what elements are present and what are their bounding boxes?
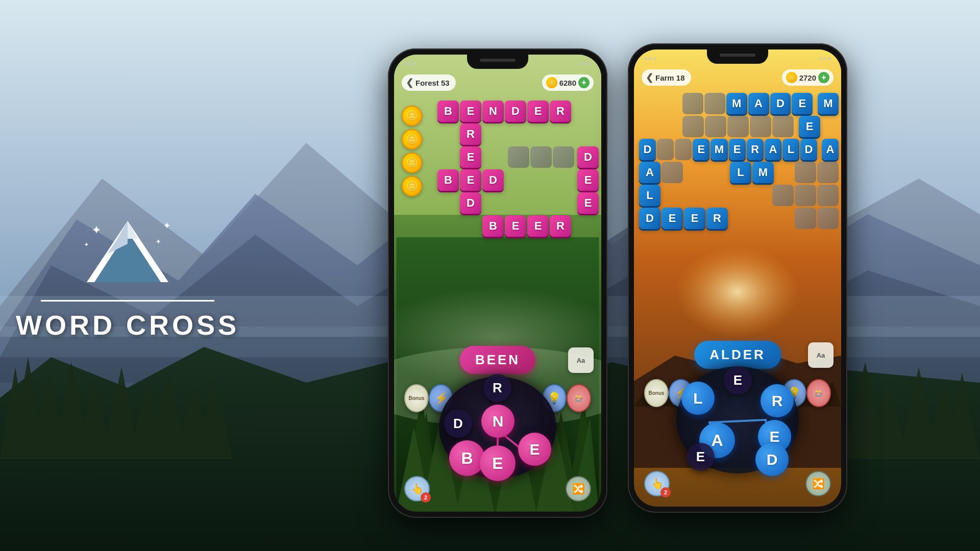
tile-N: N <box>482 101 504 122</box>
word-br-row: R <box>460 123 599 145</box>
gray-tile <box>817 162 839 183</box>
status-dots-right <box>579 62 591 65</box>
gray-tile <box>795 162 816 183</box>
phone1-notch <box>467 55 528 69</box>
bonus-button-2[interactable]: Bonus <box>644 379 669 407</box>
svg-point-54 <box>635 208 840 361</box>
letter-R[interactable]: R <box>483 374 511 402</box>
row-deer: D E E R <box>636 208 839 229</box>
letter-B-selected[interactable]: B <box>449 440 485 476</box>
letter-E2-selected[interactable]: E <box>518 433 551 466</box>
coin-icon-2: 🪙 <box>786 72 797 83</box>
status-dots-left <box>404 62 416 65</box>
logo-icon: ✦ ✦ ✦ ✦ <box>71 211 184 292</box>
gray-tile <box>553 146 574 168</box>
back-button[interactable]: ❮ Forest 53 <box>402 74 456 91</box>
tile-E2-em: E <box>729 139 746 160</box>
crossword-grid-2: M A D E M E <box>636 93 839 231</box>
gray-tile <box>704 93 725 114</box>
gray-tile <box>657 139 674 160</box>
shuffle-button-2[interactable]: 🔀 <box>805 471 831 496</box>
word-bed-e-row: E D <box>460 146 599 168</box>
dictionary-button-2[interactable]: Aa <box>808 342 834 368</box>
tile-M: M <box>726 93 747 114</box>
letter-E-p2[interactable]: E <box>724 366 752 394</box>
gray-tile <box>530 146 552 168</box>
add-coins-button[interactable]: + <box>578 77 590 88</box>
tile-B2: B <box>482 215 504 237</box>
status-dot <box>819 57 822 60</box>
hint-icon: 👆 <box>411 483 424 495</box>
tile-B: B <box>437 169 459 191</box>
bonus2-icon-2: 🎰 <box>815 389 823 397</box>
gray-tile <box>750 116 771 137</box>
letter-R-p2-selected[interactable]: R <box>761 384 794 417</box>
word-beer-row: B E E R <box>482 215 599 237</box>
gray-tile <box>772 185 794 206</box>
shuffle-icon-2: 🔀 <box>812 478 825 490</box>
logo-divider <box>41 300 214 302</box>
phone1-speaker <box>480 59 516 62</box>
letter-circle-2: E L R A E E D <box>671 361 804 479</box>
letter-N-selected[interactable]: N <box>481 405 514 438</box>
phone1: ❮ Forest 53 🪙 6280 + 🪙 🪙 🪙 🪙 <box>388 48 607 518</box>
bonus2-button[interactable]: 🎰 <box>567 384 591 412</box>
gray-tile <box>817 208 839 229</box>
bonus-button[interactable]: Bonus <box>404 384 429 412</box>
hint-button-2[interactable]: 👆 2 <box>644 471 670 496</box>
tile-E: E <box>527 101 549 122</box>
letter-L-p2-selected[interactable]: L <box>681 382 715 415</box>
tile-E: E <box>460 101 481 122</box>
tile-A-em: A <box>765 139 781 160</box>
hint-icon-2: 👆 <box>651 478 664 490</box>
tile-D: D <box>482 169 504 191</box>
back-arrow-icon: ❮ <box>406 77 413 88</box>
gray-tile <box>705 116 726 137</box>
dictionary-button[interactable]: Aa <box>568 347 594 373</box>
status-dot <box>583 62 586 65</box>
row-made: M A D E M <box>682 93 839 114</box>
hint-button[interactable]: 👆 2 <box>404 476 430 502</box>
add-coins-button-2[interactable]: + <box>818 72 829 83</box>
letter-D[interactable]: D <box>444 410 472 438</box>
left-panel: ✦ ✦ ✦ ✦ WORD CROSS <box>0 0 255 551</box>
phone1-game-header: ❮ Forest 53 🪙 6280 + <box>394 70 601 95</box>
level-label: Forest 53 <box>415 79 450 87</box>
tile-R: R <box>550 101 571 122</box>
phone2-bottom-actions: 👆 2 🔀 <box>634 471 841 496</box>
tile-E3: E <box>577 192 599 214</box>
gray-tile <box>508 146 529 168</box>
gray-tile <box>682 116 704 137</box>
svg-text:✦: ✦ <box>84 242 89 247</box>
level-label-2: Farm 18 <box>655 73 685 82</box>
tile-M-lm: M <box>752 162 774 183</box>
coin-stack-item: 🪙 <box>402 176 422 196</box>
tile-D2: D <box>460 192 481 214</box>
tile-A2: A <box>639 162 660 183</box>
tile-L-em: L <box>782 139 799 160</box>
tile-D-dal: D <box>639 139 656 160</box>
row-emerald: D E M E R A L D A <box>636 139 839 160</box>
word-d-row: D E <box>460 192 599 214</box>
tile-D: D <box>505 101 526 122</box>
coins-amount: 6280 <box>559 79 576 87</box>
back-button-2[interactable]: ❮ Farm 18 <box>642 69 691 86</box>
status-dot <box>409 62 412 65</box>
status-dot <box>649 57 652 60</box>
bonus2-button-2[interactable]: 🎰 <box>806 379 831 407</box>
shuffle-button[interactable]: 🔀 <box>566 476 591 502</box>
tile-L-lm: L <box>730 162 751 183</box>
status-dot <box>828 57 831 60</box>
back-arrow-icon: ❮ <box>646 72 653 83</box>
bonus2-icon: 🎰 <box>575 394 583 402</box>
tile-E-medal: E <box>799 116 820 137</box>
status-dot <box>653 57 656 60</box>
letter-E2-p2[interactable]: E <box>687 443 715 471</box>
status-dot <box>823 57 826 60</box>
coins-display: 🪙 6280 + <box>542 74 594 91</box>
tile-D-deer: D <box>577 146 599 168</box>
crossword-grid-1: B E N D E R R E D <box>422 101 599 238</box>
word-bender-row: B E N D E R <box>437 101 599 122</box>
bonus-label-2: Bonus <box>649 390 665 396</box>
tile-A: A <box>748 93 769 114</box>
